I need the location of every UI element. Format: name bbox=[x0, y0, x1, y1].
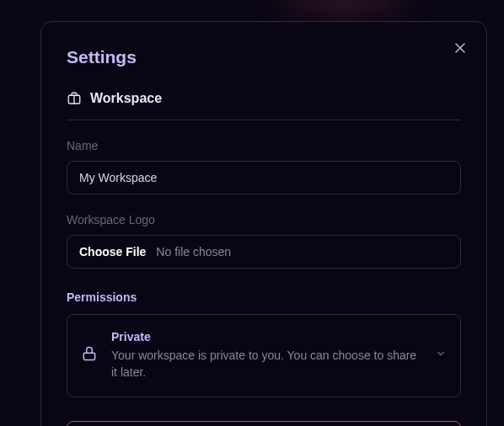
name-label: Name bbox=[67, 139, 461, 152]
logo-label: Workspace Logo bbox=[67, 213, 461, 226]
modal-scroll-container[interactable]: Settings Workspace Name Workspace Logo C… bbox=[0, 0, 504, 426]
section-divider bbox=[67, 120, 461, 120]
section-header-workspace: Workspace bbox=[67, 91, 461, 106]
logo-file-picker[interactable]: Choose File No file chosen bbox=[67, 235, 461, 269]
briefcase-icon bbox=[67, 91, 82, 106]
close-icon bbox=[454, 42, 466, 54]
permissions-selector[interactable]: Private Your workspace is private to you… bbox=[67, 314, 461, 397]
permission-text: Private Your workspace is private to you… bbox=[111, 330, 421, 381]
close-button[interactable] bbox=[453, 40, 468, 56]
danger-zone-box bbox=[67, 421, 461, 426]
chevron-down-icon bbox=[435, 348, 447, 363]
choose-file-button[interactable]: Choose File bbox=[79, 245, 146, 258]
permission-title: Private bbox=[111, 330, 421, 343]
lock-icon bbox=[81, 345, 98, 365]
section-title: Workspace bbox=[90, 91, 162, 106]
file-status-text: No file chosen bbox=[156, 245, 231, 258]
settings-modal: Settings Workspace Name Workspace Logo C… bbox=[40, 21, 487, 426]
svg-rect-4 bbox=[83, 353, 94, 359]
permission-description: Your workspace is private to you. You ca… bbox=[111, 347, 421, 381]
modal-title: Settings bbox=[67, 47, 461, 67]
workspace-name-input[interactable] bbox=[67, 161, 461, 194]
permissions-label: Permissions bbox=[67, 290, 461, 304]
